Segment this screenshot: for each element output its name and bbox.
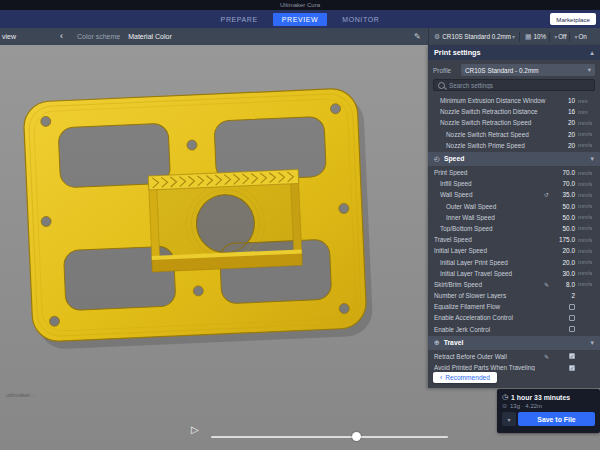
section-label: Travel [444, 339, 464, 346]
tab-preview[interactable]: PREVIEW [273, 13, 327, 26]
setting-row[interactable]: Inner Wall Speed50.0mm/s [428, 212, 600, 223]
chevron-left-icon[interactable]: ‹ [60, 32, 63, 41]
setting-row[interactable]: Retract Before Outer Wall✎✓ [428, 351, 600, 362]
setting-label: Print Speed [428, 169, 551, 176]
settings-section-speed[interactable]: ◴Speed▾ [428, 152, 600, 166]
play-icon[interactable]: ▷ [191, 425, 199, 435]
profile-dropdown[interactable]: CR10S Standard - 0.2mm ▾ [461, 64, 595, 76]
setting-label: Inner Wall Speed [428, 214, 551, 221]
view-mode-label[interactable]: view [2, 33, 16, 40]
setting-value[interactable]: 30.0 [551, 270, 575, 277]
setting-row[interactable]: Nozzle Switch Prime Speed20mm/s [428, 140, 600, 151]
divider [549, 32, 550, 42]
print-config-bar[interactable]: ⚙ CR10S Standard 0.2mm ▾ ▦ 10% ▾ Off ▾ O… [428, 28, 600, 45]
setting-row[interactable]: Minimum Extrusion Distance Window10mm [428, 95, 600, 106]
setting-row[interactable]: Initial Layer Print Speed20.0mm/s [428, 256, 600, 267]
setting-value[interactable]: 20 [551, 131, 575, 138]
setting-unit: mm/s [575, 131, 595, 137]
setting-label: Nozzle Switch Retraction Speed [428, 119, 551, 126]
pencil-icon[interactable]: ✎ [544, 353, 549, 360]
setting-row[interactable]: Travel Speed175.0mm/s [428, 234, 600, 245]
setting-row[interactable]: Number of Slower Layers2 [428, 290, 600, 301]
setting-row[interactable]: Initial Layer Travel Speed30.0mm/s [428, 268, 600, 279]
setting-unit: mm/s [575, 248, 595, 254]
setting-value[interactable]: 35.0 [551, 191, 575, 198]
reset-icon[interactable]: ↺ [544, 191, 549, 198]
checkbox[interactable] [569, 315, 575, 321]
setting-row[interactable]: Outer Wall Speed50.0mm/s [428, 201, 600, 212]
support-value[interactable]: Off [558, 33, 566, 40]
search-settings[interactable] [433, 79, 595, 91]
setting-row[interactable]: Enable Jerk Control [428, 324, 600, 335]
setting-row[interactable]: Infill Speed70.0mm/s [428, 178, 600, 189]
setting-unit: mm/s [575, 281, 595, 287]
setting-checkbox-cell: ✓ [551, 353, 575, 359]
setting-value[interactable]: 10 [551, 97, 575, 104]
layer-slider-handle[interactable] [352, 432, 361, 441]
marketplace-button[interactable]: Marketplace [550, 13, 596, 25]
chevron-left-icon: ‹ [440, 374, 442, 381]
pencil-icon[interactable]: ✎ [544, 281, 549, 288]
print-time-value: 1 hour 33 minutes [511, 394, 570, 401]
save-to-file-button[interactable]: Save to File [518, 412, 595, 426]
setting-value[interactable]: 20 [551, 142, 575, 149]
setting-value[interactable]: 2 [551, 292, 575, 299]
infill-value[interactable]: 10% [534, 33, 547, 40]
setting-row[interactable]: Equalize Filament Flow [428, 301, 600, 312]
chevron-down-icon: ▾ [554, 33, 557, 40]
setting-row[interactable]: Nozzle Switch Retraction Speed20mm/s [428, 117, 600, 128]
setting-label: Avoid Printed Parts When Traveling [428, 364, 551, 371]
setting-value[interactable]: 8.0 [551, 281, 575, 288]
output-device-selector[interactable]: ▾ [502, 412, 516, 426]
setting-value[interactable]: 50.0 [551, 225, 575, 232]
active-profile-label[interactable]: CR10S Standard 0.2mm [442, 33, 511, 40]
setting-value[interactable]: 20.0 [551, 247, 575, 254]
print-settings-title: Print settings [434, 48, 481, 57]
setting-value[interactable]: 50.0 [551, 203, 575, 210]
edit-pencil-icon[interactable]: ✎ [414, 32, 421, 41]
job-panel: ◷ 1 hour 33 minutes ⊙ 13g · 4.22m ▾ Save… [497, 389, 600, 433]
setting-value[interactable]: 20.0 [551, 259, 575, 266]
tab-prepare[interactable]: PREPARE [212, 13, 267, 26]
setting-value[interactable]: 20 [551, 119, 575, 126]
recommended-label: Recommended [445, 374, 490, 381]
setting-label: Wall Speed [428, 191, 544, 198]
setting-value[interactable]: 50.0 [551, 214, 575, 221]
setting-label: Enable Acceleration Control [428, 314, 551, 321]
setting-row[interactable]: Top/Bottom Speed50.0mm/s [428, 223, 600, 234]
recommended-button[interactable]: ‹ Recommended [433, 372, 497, 383]
search-input[interactable] [449, 82, 590, 89]
checkbox[interactable]: ✓ [569, 353, 575, 359]
setting-row[interactable]: Initial Layer Speed20.0mm/s [428, 245, 600, 256]
setting-value[interactable]: 16 [551, 108, 575, 115]
model-3d[interactable] [0, 45, 428, 450]
setting-row[interactable]: Nozzle Switch Retract Speed20mm/s [428, 129, 600, 140]
tab-monitor[interactable]: MONITOR [333, 13, 388, 26]
setting-unit: mm [575, 98, 595, 104]
model-name-label[interactable]: ultimaker... [6, 392, 35, 398]
setting-value[interactable]: 175.0 [551, 236, 575, 243]
print-settings-header[interactable]: Print settings ▴ [428, 45, 600, 60]
setting-row[interactable]: Print Speed70.0mm/s [428, 167, 600, 178]
checkbox[interactable] [569, 304, 575, 310]
print-settings-panel: Print settings ▴ Profile CR10S Standard … [428, 45, 600, 388]
setting-unit: mm/s [575, 237, 595, 243]
checkbox[interactable]: ✓ [569, 365, 575, 371]
settings-section-travel[interactable]: ⊕Travel▾ [428, 336, 600, 350]
search-icon [438, 82, 445, 89]
cura-window: Ultimaker Cura PREPARE PREVIEW MONITOR M… [0, 0, 600, 450]
setting-unit: mm [575, 109, 595, 115]
setting-unit: mm/s [575, 142, 595, 148]
setting-value[interactable]: 70.0 [551, 169, 575, 176]
setting-label: Nozzle Switch Prime Speed [428, 142, 551, 149]
color-scheme-dropdown[interactable]: Material Color [128, 33, 172, 40]
checkbox[interactable] [569, 326, 575, 332]
layer-slider-track[interactable] [211, 436, 448, 438]
setting-label: Initial Layer Speed [428, 247, 551, 254]
setting-row[interactable]: Enable Acceleration Control [428, 312, 600, 323]
adhesion-value[interactable]: On [578, 33, 586, 40]
setting-row[interactable]: Skirt/Brim Speed✎8.0mm/s [428, 279, 600, 290]
setting-row[interactable]: Wall Speed↺35.0mm/s [428, 189, 600, 200]
setting-row[interactable]: Nozzle Switch Retraction Distance16mm [428, 106, 600, 117]
setting-value[interactable]: 70.0 [551, 180, 575, 187]
